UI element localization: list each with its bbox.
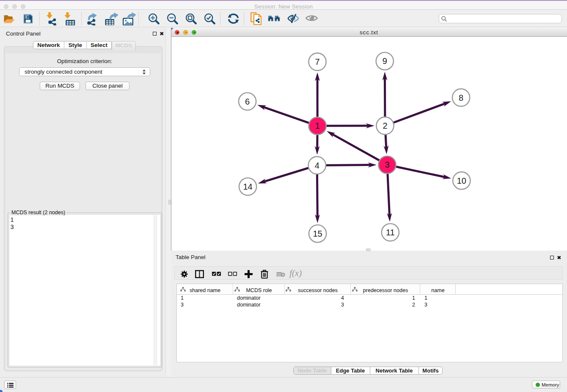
svg-text:6: 6 bbox=[245, 97, 250, 106]
svg-text:2: 2 bbox=[383, 121, 387, 130]
svg-text:10: 10 bbox=[457, 176, 466, 185]
svg-text:7: 7 bbox=[315, 57, 320, 66]
svg-text:4: 4 bbox=[315, 161, 319, 170]
svg-text:8: 8 bbox=[459, 93, 463, 102]
svg-text:14: 14 bbox=[243, 182, 252, 191]
svg-text:1: 1 bbox=[315, 121, 320, 130]
svg-text:11: 11 bbox=[386, 228, 395, 237]
svg-text:3: 3 bbox=[385, 160, 389, 169]
svg-text:15: 15 bbox=[313, 229, 322, 238]
svg-text:9: 9 bbox=[383, 56, 387, 66]
